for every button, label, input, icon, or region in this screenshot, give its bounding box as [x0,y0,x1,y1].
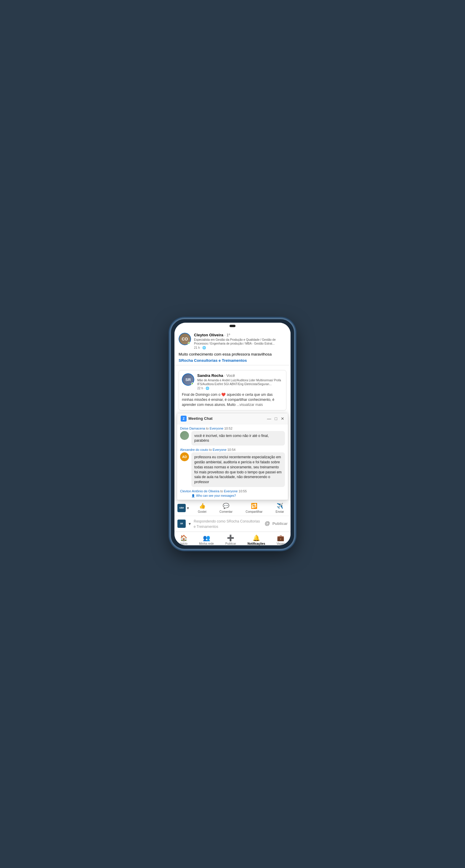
publicar-button[interactable]: Publicar [272,521,288,526]
content-area: CO Cleyton Oliveira · 1º Especialista em… [174,329,291,545]
volume-down-btn [170,387,171,402]
volume-silent-btn [170,355,171,364]
plus-icon: ➕ [227,534,234,541]
alexandre-avatar: AD [180,452,189,461]
alexandre-sender: Alexandre do couto [180,448,208,452]
action-bar: 👍 Gostei 💬 Comentar 🔁 Compartilhar ✈️ En… [191,501,291,515]
send-icon: ✈️ [277,503,283,509]
reply-input-area[interactable]: Respondendo como SRocha Consultorias e T… [194,518,262,529]
company-link[interactable]: SRocha Consultorias e Treinamentos [179,358,286,363]
sandra-info: Sandra Rocha · Você Mãe de Amanda e Andr… [197,373,283,390]
sandra-online-indicator [191,382,194,385]
reply-bar: SR ▾ Respondendo como SRocha Consultoria… [174,516,291,531]
nav-inicio[interactable]: 🏠 Início [180,534,187,545]
chat-titlebar: Z Meeting Chat — □ ✕ [177,413,288,424]
comment-action[interactable]: 💬 Comentar [220,503,233,513]
camera-notch [230,325,235,327]
action-bar-wrapper: SℝR ▾ 👍 Gostei 💬 Comentar 🔁 Com [174,500,291,516]
chat-message-deise: Deise Damacena to Everyone 10:52 você é … [180,427,285,446]
chat-title: Meeting Chat [188,416,267,421]
srocha-page-logo: SℝR [177,504,186,512]
deise-bubble: você é incrível, não tem como não ir até… [191,431,285,446]
phone-frame: CO Cleyton Oliveira · 1º Especialista em… [170,318,295,550]
sandra-user-row: SR Sandra Rocha · Você Mãe de Amanda e A… [182,373,283,390]
who-can-see: 👤 Who can see your messages? [180,494,285,497]
dropdown-icon[interactable]: ▾ [187,506,189,510]
bell-icon: 🔔 [253,534,260,541]
reply-dropdown-icon[interactable]: ▾ [189,521,191,526]
clevton-time: 10:55 [239,489,247,493]
sandra-post-text: Final de Domingo com o ❤️ aquecido e cer… [182,392,283,407]
bottom-nav: 🏠 Início 👥 Minha rede ➕ Publicar 🔔 Notif… [174,531,291,545]
clevton-sender: Clevton Antônio de Oliveira [180,489,220,493]
at-icon[interactable]: @ [264,521,270,527]
post-user-row: CO Cleyton Oliveira · 1º Especialista em… [179,333,286,349]
sandra-title: Mãe de Amanda e André Luiz/Auditora Lide… [197,378,283,386]
cleyton-post: CO Cleyton Oliveira · 1º Especialista em… [174,329,291,365]
cleyton-post-time: 21 h · 🌐 [194,346,286,349]
minimize-btn[interactable]: — [267,416,271,421]
online-indicator [188,342,191,345]
share-action[interactable]: 🔁 Compartilhar [245,503,262,513]
clevton-msg-header: Clevton Antônio de Oliveira to Everyone … [180,489,285,493]
deise-msg-row: você é incrível, não tem como não ir até… [180,431,285,446]
phone-screen: CO Cleyton Oliveira · 1º Especialista em… [174,323,291,545]
nav-notificacoes[interactable]: 🔔 Notificações [248,534,265,545]
nav-vagas[interactable]: 💼 Vagas [277,534,285,545]
deise-recipient: Everyone [210,427,223,430]
cleyton-avatar[interactable]: CO [179,333,191,345]
like-action[interactable]: 👍 Gostei [198,503,206,513]
sandra-name: Sandra Rocha · Você [197,373,283,378]
sandra-post-time: 22 h · 🌐 [197,386,283,390]
sandra-avatar[interactable]: SR [182,373,194,386]
cleyton-info: Cleyton Oliveira · 1º Especialista em Ge… [194,333,286,349]
srocha-logo-area: SℝR ▾ [174,504,191,512]
chat-messages-list: Deise Damacena to Everyone 10:52 você é … [177,424,288,500]
home-icon: 🏠 [180,534,187,541]
chat-message-alexandre: Alexandre do couto to Everyone 10:54 AD … [180,448,285,487]
nav-publicar[interactable]: ➕ Publicar [225,534,236,545]
clevton-recipient: Everyone [224,489,237,493]
window-controls: — □ ✕ [267,416,284,421]
share-icon: 🔁 [251,503,257,509]
maximize-btn[interactable]: □ [275,416,277,421]
briefcase-icon: 💼 [277,534,284,541]
alexandre-time: 10:54 [228,448,236,452]
nav-minha-rede[interactable]: 👥 Minha rede [199,534,214,545]
alexandre-msg-row: AD professora eu conclui recentemente es… [180,452,285,487]
comment-icon: 💬 [223,503,229,509]
like-icon: 👍 [199,503,206,509]
alexandre-bubble: professora eu conclui recentemente espec… [191,452,285,487]
power-btn [294,367,295,387]
reply-placeholder: Respondendo como SRocha Consultorias e T… [194,519,260,529]
sandra-post-container: SR Sandra Rocha · Você Mãe de Amanda e A… [174,365,291,413]
meeting-chat-window: Z Meeting Chat — □ ✕ Deise Damacena t [177,413,288,500]
deise-time: 10:52 [224,427,233,430]
visualizar-mais-link[interactable]: ...visualizar mais [237,403,263,407]
status-bar [174,323,291,329]
reply-srocha-logo: SR [177,520,186,528]
deise-sender: Deise Damacena [180,427,205,430]
deise-avatar [180,431,189,440]
cleyton-title: Especialista em Gestão da Produção e Qua… [194,338,286,345]
cleyton-post-text: Muito conhecimento com essa professora m… [179,352,286,357]
volume-up-btn [170,368,171,383]
network-icon: 👥 [203,534,210,541]
alexandre-msg-header: Alexandre do couto to Everyone 10:54 [180,448,285,452]
deise-msg-header: Deise Damacena to Everyone 10:52 [180,427,285,430]
alexandre-recipient: Everyone [213,448,226,452]
cleyton-name: Cleyton Oliveira · 1º [194,333,286,337]
close-btn[interactable]: ✕ [281,416,284,421]
send-action[interactable]: ✈️ Enviar [276,503,284,513]
sandra-quoted-post: SR Sandra Rocha · Você Mãe de Amanda e A… [179,370,286,410]
zoom-logo: Z [181,416,186,422]
chat-message-clevton: Clevton Antônio de Oliveira to Everyone … [180,489,285,497]
